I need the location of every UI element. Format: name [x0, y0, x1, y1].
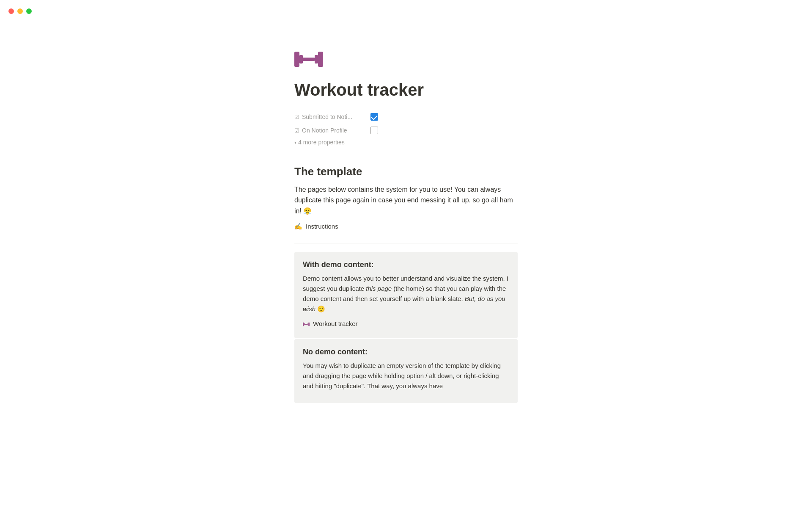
dumbbell-icon	[294, 47, 323, 71]
workout-tracker-link[interactable]: Workout tracker	[303, 319, 358, 328]
checkbox-notion-profile[interactable]	[370, 127, 378, 134]
more-properties-label: 4 more properties	[298, 139, 345, 146]
template-section-heading: The template	[294, 165, 518, 179]
titlebar	[0, 0, 812, 22]
property-value-notion-profile[interactable]	[370, 127, 378, 134]
checkbox-label-icon: ☑	[294, 114, 299, 120]
property-row-submitted: ☑ Submitted to Noti...	[294, 110, 518, 124]
no-demo-text: You may wish to duplicate an empty versi…	[303, 361, 509, 391]
chevron-down-icon: ▾	[294, 140, 296, 145]
svg-rect-2	[303, 58, 315, 61]
workout-tracker-label: Workout tracker	[313, 320, 358, 327]
page-content: Workout tracker ☑ Submitted to Noti... ☑…	[254, 22, 558, 438]
instructions-icon: ✍️	[294, 223, 302, 230]
checkbox-label-icon-2: ☑	[294, 127, 299, 134]
template-section-text: The pages below contains the system for …	[294, 184, 518, 217]
with-demo-heading: With demo content:	[303, 260, 509, 269]
svg-rect-9	[308, 322, 310, 326]
workout-tracker-icon	[303, 320, 310, 327]
no-demo-heading: No demo content:	[303, 348, 509, 356]
svg-rect-6	[304, 323, 305, 325]
svg-rect-3	[315, 55, 318, 64]
checkbox-submitted[interactable]	[370, 113, 378, 121]
no-demo-content-section: No demo content: You may wish to duplica…	[294, 339, 518, 403]
svg-rect-1	[299, 55, 303, 64]
svg-rect-8	[307, 323, 308, 325]
property-label-notion-profile: ☑ On Notion Profile	[294, 127, 370, 134]
maximize-button[interactable]	[26, 8, 32, 14]
divider-1	[294, 156, 518, 156]
with-demo-text: Demo content allows you to better unders…	[303, 273, 509, 314]
property-label-text-submitted: Submitted to Noti...	[302, 113, 352, 120]
page-icon	[294, 47, 518, 71]
instructions-label: Instructions	[306, 223, 338, 230]
property-row-notion-profile: ☑ On Notion Profile	[294, 124, 518, 137]
template-section: The template The pages below contains th…	[294, 165, 518, 235]
property-value-submitted[interactable]	[370, 113, 378, 121]
svg-rect-5	[303, 322, 304, 326]
minimize-button[interactable]	[17, 8, 23, 14]
property-label-submitted: ☑ Submitted to Noti...	[294, 113, 370, 120]
svg-rect-0	[294, 52, 299, 67]
page-title: Workout tracker	[294, 80, 518, 100]
svg-rect-4	[318, 52, 323, 67]
close-button[interactable]	[8, 8, 14, 14]
property-label-text-notion-profile: On Notion Profile	[302, 127, 347, 134]
divider-2	[294, 243, 518, 243]
with-demo-content-section: With demo content: Demo content allows y…	[294, 252, 518, 338]
svg-rect-7	[305, 324, 308, 325]
properties-section: ☑ Submitted to Noti... ☑ On Notion Profi…	[294, 110, 518, 147]
instructions-link[interactable]: ✍️ Instructions	[294, 222, 338, 231]
more-properties[interactable]: ▾ 4 more properties	[294, 137, 518, 147]
